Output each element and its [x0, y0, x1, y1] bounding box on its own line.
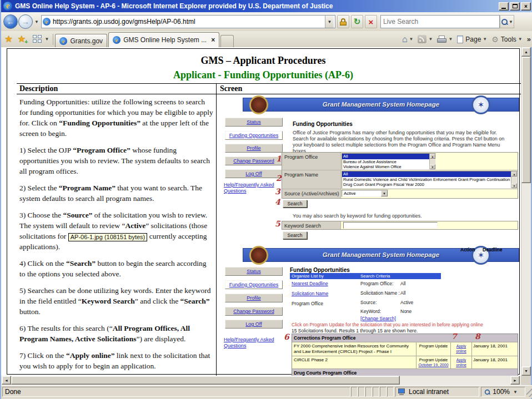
description-paragraph: 5) Searches can be done utilizing key wo…: [19, 285, 213, 317]
scroll-down-button[interactable]: ▼: [521, 366, 531, 376]
search-go-button[interactable]: ▼: [500, 15, 514, 28]
toolbar-overflow-button[interactable]: »: [527, 35, 531, 43]
listbox-option[interactable]: Bureau of Justice Assistance: [342, 159, 435, 165]
image-filename-tooltip: AP-06-1.jpg (108151 bytes): [68, 233, 148, 241]
gms-nav-change-password[interactable]: Change Password: [225, 307, 283, 316]
stop-button[interactable]: ×: [365, 15, 377, 28]
address-dropdown[interactable]: ▼: [325, 16, 334, 28]
print-button[interactable]: ▼: [437, 36, 453, 43]
tab-close-icon[interactable]: ×: [211, 36, 215, 44]
program-update-link[interactable]: October 19, 2000: [418, 363, 448, 367]
horizontal-scrollbar[interactable]: ◄ ►: [1, 376, 521, 385]
listbox-option[interactable]: Rural Domestic Violence and Child Victim…: [342, 177, 517, 183]
back-button[interactable]: ←: [3, 14, 18, 29]
horizontal-scroll-thumb[interactable]: [11, 376, 400, 385]
keyword-search-button[interactable]: Search: [283, 231, 307, 239]
listbox-option[interactable]: Violence Against Women Office: [342, 164, 435, 170]
listbox-option[interactable]: All: [342, 171, 517, 177]
close-button[interactable]: ×: [521, 2, 531, 11]
gms-heading: Funding Opportunities: [293, 121, 353, 127]
results-table: Corrections Program Office FY 2000 Compr…: [292, 334, 518, 376]
forward-button[interactable]: →: [18, 14, 33, 29]
live-search-box[interactable]: [380, 15, 500, 28]
sort-nearest-deadline-link[interactable]: Nearest Deadline: [292, 281, 328, 286]
description-paragraph: 3) Choose the “Source” of the solicitati…: [19, 210, 213, 252]
source-dropdown[interactable]: Active ▼: [342, 190, 388, 197]
scroll-up-icon[interactable]: ▲: [430, 154, 435, 159]
listbox-scrollbar[interactable]: ▲▼: [511, 171, 517, 188]
search-options-dropdown[interactable]: ▼: [509, 19, 513, 24]
listbox-scrollbar[interactable]: ▲▼: [429, 154, 435, 169]
program-office-listbox[interactable]: AllBureau of Justice AssistanceViolence …: [342, 153, 436, 170]
gms-help-link[interactable]: Help/Frequently Asked Questions: [224, 337, 285, 349]
page-menu-button[interactable]: Page▼: [457, 36, 487, 43]
minimize-button[interactable]: [499, 2, 509, 11]
scroll-down-icon[interactable]: ▼: [430, 164, 435, 169]
scroll-up-icon[interactable]: ▲: [511, 171, 517, 176]
criteria-label: Solicitation Name :: [360, 290, 400, 296]
gms-nav-funding-opportunities[interactable]: Funding Opportunities: [225, 131, 283, 140]
listbox-option[interactable]: Drug Court Grant Program Fiscal Year 200…: [342, 182, 517, 188]
url-input[interactable]: [53, 18, 325, 26]
scroll-left-button[interactable]: ◄: [2, 376, 11, 385]
vertical-scrollbar[interactable]: ▲ ▼: [521, 47, 531, 376]
zoom-control[interactable]: 100% ▼: [481, 387, 525, 397]
gms-nav-log-off[interactable]: Log Off: [225, 320, 283, 329]
security-lock-button[interactable]: [337, 15, 349, 28]
gms-nav-profile[interactable]: Profile: [225, 144, 283, 153]
maximize-button[interactable]: [510, 2, 520, 11]
apply-online-link[interactable]: Apply online: [456, 358, 466, 367]
change-search-link[interactable]: [Change Search]: [360, 316, 396, 321]
listbox-option[interactable]: All: [342, 154, 435, 159]
gms-nav-profile[interactable]: Profile: [225, 294, 283, 302]
scrollbar-corner: [521, 376, 531, 385]
printer-icon: [437, 36, 446, 43]
screen-column-header: Screen: [217, 83, 521, 94]
keyword-search-input[interactable]: [343, 222, 438, 229]
gms-nav-funding-opportunities[interactable]: Funding Opportunities: [225, 280, 283, 289]
vertical-scroll-thumb[interactable]: [521, 57, 531, 183]
deadline-cell: January 18, 2001: [472, 356, 516, 368]
home-button[interactable]: ⌂▼: [402, 35, 414, 44]
add-favorite-button[interactable]: ★+: [17, 33, 26, 45]
resize-grip[interactable]: [526, 387, 532, 397]
quick-tabs-button[interactable]: [33, 35, 43, 44]
home-icon: ⌂: [402, 35, 408, 44]
apply-online-link[interactable]: Apply online: [456, 344, 466, 353]
tools-menu-button[interactable]: ⚙Tools▼: [491, 36, 523, 43]
favorites-center-button[interactable]: ★: [4, 33, 13, 45]
live-search-input[interactable]: [381, 18, 499, 26]
sort-solicitation-name-link[interactable]: Solicitation Name: [292, 291, 328, 296]
new-tab-stub[interactable]: [220, 35, 234, 47]
chevron-down-icon[interactable]: ▼: [381, 190, 388, 196]
gms-nav-status[interactable]: Status: [225, 118, 283, 127]
criteria-label: KeyWord:: [360, 309, 381, 314]
refresh-button[interactable]: ↻: [351, 15, 363, 28]
program-name-listbox[interactable]: AllRural Domestic Violence and Child Vic…: [342, 171, 518, 189]
source-value: Active: [344, 191, 356, 196]
feeds-button[interactable]: ▼: [418, 35, 433, 43]
gms-nav-change-password[interactable]: Change Password: [225, 156, 283, 165]
tab-gms-help-active[interactable]: e GMS Online Help System ... ×: [108, 32, 219, 47]
recent-pages-dropdown[interactable]: ▼: [34, 19, 39, 24]
scroll-right-button[interactable]: ►: [510, 376, 520, 385]
scroll-down-icon[interactable]: ▼: [511, 183, 517, 188]
tab-grants-gov[interactable]: e Grants.gov: [55, 34, 107, 47]
zoom-icon: [484, 388, 490, 395]
title-bar: e GMS Online Help System - AP-6 - Micros…: [1, 0, 532, 12]
zoom-dropdown-icon[interactable]: ▼: [513, 390, 518, 395]
nav-label: Funding Opportunities: [229, 282, 279, 287]
nav-label: Change Password: [233, 158, 274, 164]
program-name-row: Program Name AllRural Domestic Violence …: [282, 170, 518, 189]
keyword-note: You may also search by keyword for fundi…: [293, 213, 515, 219]
tab-favicon-icon: e: [113, 36, 121, 44]
gms-search-button[interactable]: Search: [283, 200, 307, 208]
group-title: Drug Courts Program Office: [292, 369, 451, 376]
address-bar[interactable]: e ▼: [41, 15, 335, 28]
gms-nav-log-off[interactable]: Log Off: [225, 169, 283, 178]
page-menu-icon: [457, 36, 463, 43]
scroll-up-button[interactable]: ▲: [521, 47, 531, 57]
gms-nav-status[interactable]: Status: [225, 267, 283, 276]
status-segment: [365, 387, 372, 397]
tab-list-dropdown[interactable]: ▼: [45, 37, 49, 42]
